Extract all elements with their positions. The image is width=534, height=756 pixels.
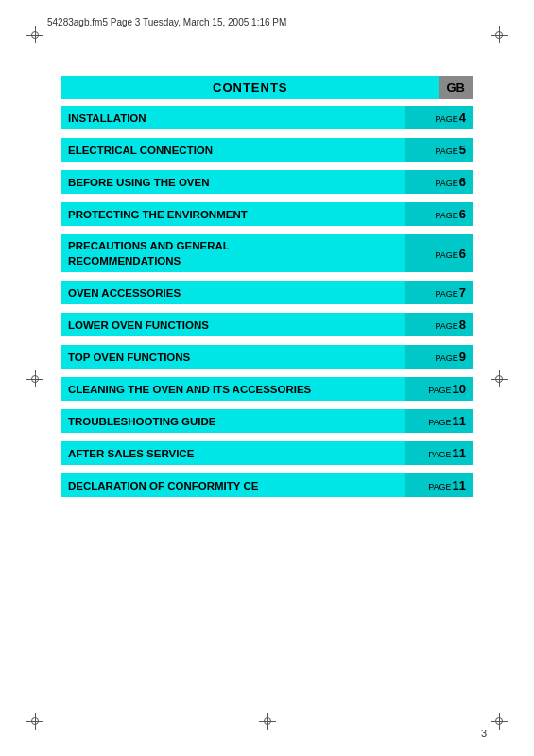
toc-row: TOP OVEN FUNCTIONSPAGE9 [61,345,473,369]
toc-item-page: PAGE5 [405,138,473,162]
toc-row: TROUBLESHOOTING GUIDEPAGE11 [61,409,473,433]
crosshair-top-left [26,26,43,43]
toc-row: ELECTRICAL CONNECTIONPAGE5 [61,138,473,162]
toc-row: INSTALLATIONPAGE4 [61,106,473,129]
toc-row: DECLARATION OF CONFORMITY CEPAGE11 [61,473,473,497]
crosshair-top-right [491,26,508,43]
page-number: 3 [481,728,487,739]
crosshair-bottom-left [26,713,43,730]
toc-item-page: PAGE10 [405,377,473,401]
toc-item-title: PROTECTING THE ENVIRONMENT [61,202,405,226]
toc-item-title: TROUBLESHOOTING GUIDE [61,409,405,433]
contents-title: CONTENTS [61,76,439,99]
toc-item-title: TOP OVEN FUNCTIONS [61,345,405,369]
toc-row: BEFORE USING THE OVENPAGE6 [61,170,473,194]
toc-item-page: PAGE6 [405,170,473,194]
toc-table: INSTALLATIONPAGE4ELECTRICAL CONNECTIONPA… [61,103,473,506]
toc-item-title: INSTALLATION [61,106,405,129]
toc-item-title: PRECAUTIONS AND GENERALRECOMMENDATIONS [61,234,405,272]
toc-row: LOWER OVEN FUNCTIONSPAGE8 [61,313,473,336]
crosshair-bottom-center [259,713,276,730]
toc-item-page: PAGE4 [405,106,473,129]
contents-header: CONTENTS GB [61,76,473,99]
toc-item-title: DECLARATION OF CONFORMITY CE [61,473,405,497]
toc-item-page: PAGE9 [405,345,473,369]
toc-item-page: PAGE6 [405,202,473,226]
crosshair-bottom-right [491,713,508,730]
toc-item-page: PAGE8 [405,313,473,336]
toc-item-title: AFTER SALES SERVICE [61,441,405,465]
toc-item-page: PAGE11 [405,473,473,497]
toc-content: CONTENTS GB INSTALLATIONPAGE4ELECTRICAL … [61,76,473,506]
contents-gb: GB [439,76,474,99]
toc-item-page: PAGE11 [405,441,473,465]
toc-row: CLEANING THE OVEN AND ITS ACCESSORIESPAG… [61,377,473,401]
toc-item-title: OVEN ACCESSORIES [61,281,405,304]
toc-item-title: LOWER OVEN FUNCTIONS [61,313,405,336]
toc-item-page: PAGE6 [405,234,473,272]
toc-item-title: CLEANING THE OVEN AND ITS ACCESSORIES [61,377,405,401]
crosshair-mid-left [26,370,43,387]
toc-item-page: PAGE11 [405,409,473,433]
file-info: 54283agb.fm5 Page 3 Tuesday, March 15, 2… [47,17,286,27]
toc-row: AFTER SALES SERVICEPAGE11 [61,441,473,465]
toc-item-page: PAGE7 [405,281,473,304]
toc-row: PROTECTING THE ENVIRONMENTPAGE6 [61,202,473,226]
page: 54283agb.fm5 Page 3 Tuesday, March 15, 2… [0,0,534,756]
toc-item-title: ELECTRICAL CONNECTION [61,138,405,162]
toc-row: OVEN ACCESSORIESPAGE7 [61,281,473,304]
crosshair-mid-right [491,370,508,387]
toc-row: PRECAUTIONS AND GENERALRECOMMENDATIONSPA… [61,234,473,272]
toc-item-title: BEFORE USING THE OVEN [61,170,405,194]
